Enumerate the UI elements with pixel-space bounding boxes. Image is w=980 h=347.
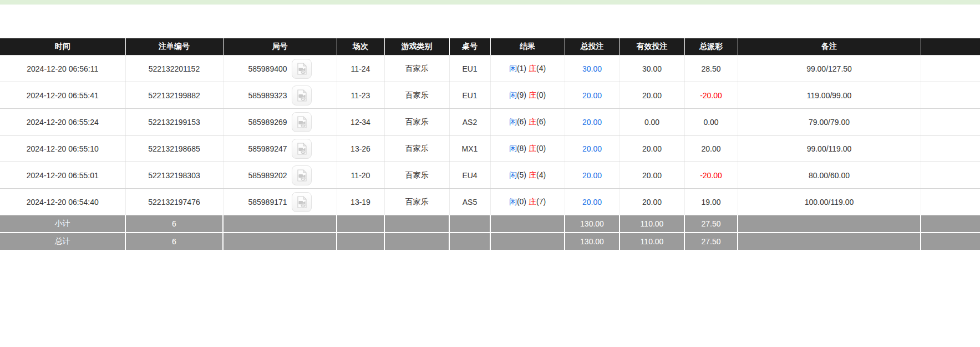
col-filler <box>921 38 980 56</box>
cell-filler <box>921 162 980 189</box>
cell-table-no: EU1 <box>449 82 490 109</box>
cell-session: 12-34 <box>337 109 384 135</box>
video-replay-button[interactable] <box>292 59 312 79</box>
cell-game-type: 百家乐 <box>384 135 449 162</box>
cell-game-type: 百家乐 <box>384 82 449 109</box>
notice-bar <box>0 0 980 4</box>
total-bet-link[interactable]: 20.00 <box>582 118 602 127</box>
table-row: 2024-12-20 06:55:41 522132199882 5859893… <box>0 82 980 109</box>
grand-total-total-bet: 130.00 <box>565 233 620 250</box>
cell-session: 13-19 <box>337 189 384 215</box>
payout-value: 28.50 <box>701 64 720 73</box>
col-remark: 备注 <box>738 38 921 56</box>
round-group: 585989247 <box>248 139 311 159</box>
col-result: 结果 <box>490 38 565 56</box>
cell-valid-bet: 20.00 <box>620 82 684 109</box>
result-banker-count: (4) <box>536 170 546 179</box>
grand-total-empty <box>384 233 449 250</box>
result-player-count: (0) <box>517 197 526 206</box>
cell-result: 闲(9)庄(0) <box>490 82 565 109</box>
subtotal-total-bet: 130.00 <box>565 215 620 233</box>
payout-value: -20.00 <box>700 171 722 180</box>
total-bet-link[interactable]: 20.00 <box>582 198 602 207</box>
bet-records-table: 时间 注单编号 局号 场次 游戏类别 桌号 结果 总投注 有效投注 总派彩 备注… <box>0 38 980 251</box>
round-group: 585989202 <box>248 165 311 185</box>
cell-valid-bet: 20.00 <box>620 189 684 215</box>
grand-total-count: 6 <box>125 233 223 250</box>
table-row: 2024-12-20 06:56:11 522132201152 5859894… <box>0 56 980 82</box>
cell-bet-id: 522132201152 <box>125 56 223 82</box>
subtotal-empty <box>223 215 337 233</box>
subtotal-empty <box>449 215 490 233</box>
cell-table-no: EU1 <box>449 56 490 82</box>
cell-time: 2024-12-20 06:55:24 <box>0 109 125 135</box>
col-total-bet: 总投注 <box>565 38 620 56</box>
cell-remark: 79.00/79.00 <box>738 109 921 135</box>
cell-time: 2024-12-20 06:56:11 <box>0 56 125 82</box>
cell-filler <box>921 109 980 135</box>
result-player-label: 闲 <box>509 90 517 99</box>
grand-total-empty <box>449 233 490 250</box>
cell-total-bet: 20.00 <box>565 82 620 109</box>
result-banker-label: 庄 <box>529 64 536 73</box>
cell-bet-id: 522132199153 <box>125 109 223 135</box>
cell-time: 2024-12-20 06:55:10 <box>0 135 125 162</box>
cell-remark: 100.00/119.00 <box>738 189 921 215</box>
cell-time: 2024-12-20 06:55:41 <box>0 82 125 109</box>
grand-total-row: 总计 6 130.00 110.00 27.50 <box>0 233 980 250</box>
col-round: 局号 <box>223 38 337 56</box>
cell-valid-bet: 0.00 <box>620 109 684 135</box>
table-row: 2024-12-20 06:55:10 522132198685 5859892… <box>0 135 980 162</box>
subtotal-valid-bet: 110.00 <box>620 215 684 233</box>
cell-payout: -20.00 <box>684 162 738 189</box>
subtotal-label: 小计 <box>0 215 125 233</box>
video-replay-button[interactable] <box>292 86 312 105</box>
subtotal-count: 6 <box>125 215 223 233</box>
subtotal-row: 小计 6 130.00 110.00 27.50 <box>0 215 980 233</box>
video-replay-button[interactable] <box>292 112 312 132</box>
round-group: 585989400 <box>248 59 311 79</box>
grand-total-empty <box>337 233 384 250</box>
col-game-type: 游戏类别 <box>384 38 449 56</box>
result-banker-label: 庄 <box>529 90 536 99</box>
col-time: 时间 <box>0 38 125 56</box>
table-row: 2024-12-20 06:55:24 522132199153 5859892… <box>0 109 980 135</box>
col-valid-bet: 有效投注 <box>620 38 684 56</box>
total-bet-link[interactable]: 20.00 <box>582 144 602 153</box>
video-replay-button[interactable] <box>292 192 312 212</box>
cell-table-no: AS2 <box>449 109 490 135</box>
result-banker-label: 庄 <box>529 197 536 206</box>
cell-time: 2024-12-20 06:54:40 <box>0 189 125 215</box>
total-bet-link[interactable]: 20.00 <box>582 91 602 100</box>
result-player-count: (8) <box>517 144 526 153</box>
table-row: 2024-12-20 06:55:01 522132198303 5859892… <box>0 162 980 189</box>
table-header: 时间 注单编号 局号 场次 游戏类别 桌号 结果 总投注 有效投注 总派彩 备注 <box>0 38 980 56</box>
round-number: 585989171 <box>248 198 287 207</box>
cell-valid-bet: 20.00 <box>620 135 684 162</box>
table-row: 2024-12-20 06:54:40 522132197476 5859891… <box>0 189 980 215</box>
cell-total-bet: 30.00 <box>565 56 620 82</box>
subtotal-filler <box>921 215 980 233</box>
result-player-label: 闲 <box>509 117 517 126</box>
subtotal-remark <box>738 215 921 233</box>
cell-round: 585989202 <box>223 162 337 189</box>
cell-bet-id: 522132198303 <box>125 162 223 189</box>
video-replay-button[interactable] <box>292 165 312 185</box>
cell-round: 585989171 <box>223 189 337 215</box>
cell-session: 11-24 <box>337 56 384 82</box>
col-payout: 总派彩 <box>684 38 738 56</box>
cell-total-bet: 20.00 <box>565 135 620 162</box>
total-bet-link[interactable]: 30.00 <box>582 64 602 73</box>
payout-value: 20.00 <box>701 144 720 153</box>
payout-value: 19.00 <box>701 198 720 207</box>
cell-table-no: AS5 <box>449 189 490 215</box>
cell-table-no: EU4 <box>449 162 490 189</box>
result-player-label: 闲 <box>509 170 517 179</box>
video-replay-button[interactable] <box>292 139 312 159</box>
cell-result: 闲(1)庄(4) <box>490 56 565 82</box>
cell-remark: 99.00/127.50 <box>738 56 921 82</box>
total-bet-link[interactable]: 20.00 <box>582 171 602 180</box>
result-player-count: (1) <box>517 64 526 73</box>
round-number: 585989247 <box>248 144 287 153</box>
cell-session: 13-26 <box>337 135 384 162</box>
